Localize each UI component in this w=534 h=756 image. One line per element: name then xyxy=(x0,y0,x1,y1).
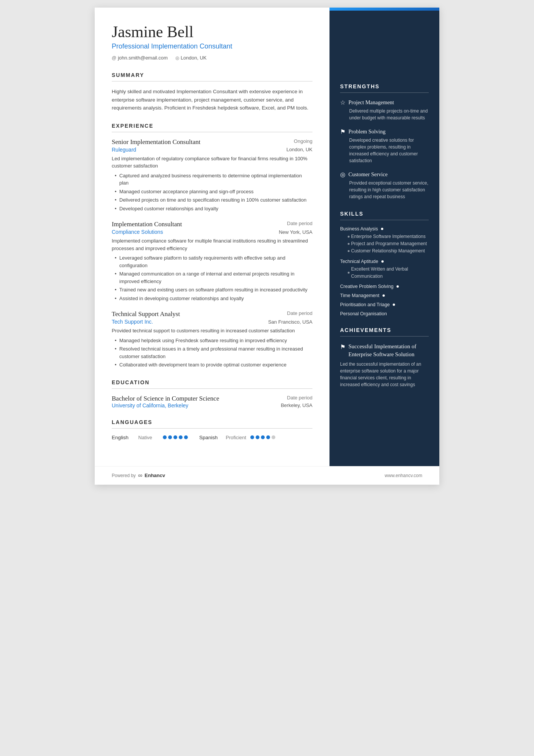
bullet-item: Managed communication on a range of inte… xyxy=(115,270,312,285)
strength-problem-solving: ⚑ Problem Solving Developed creative sol… xyxy=(340,128,429,164)
edu-date: Date period xyxy=(287,395,312,401)
edu-school-row: University of California, Berkeley Berke… xyxy=(112,402,312,409)
dot xyxy=(173,435,177,439)
dot xyxy=(261,435,265,439)
skill-technical: Technical Aptitude Excellent Written and… xyxy=(340,259,429,280)
strengths-title: STRENGTHS xyxy=(340,83,429,89)
lang-spanish: Spanish Proficient xyxy=(199,435,275,440)
skill-sub-item: Excellent Written and Verbal Communicati… xyxy=(348,266,429,280)
bullet-item: Assisted in developing customer relation… xyxy=(115,295,312,302)
summary-title: SUMMARY xyxy=(112,72,312,78)
strength-2-name: Problem Solving xyxy=(348,128,386,135)
lang-english-name: English xyxy=(112,435,134,440)
strengths-divider xyxy=(340,92,429,93)
bullet-item: Delivered projects on time and to specif… xyxy=(115,196,312,204)
job-3-company: Tech Support Inc. xyxy=(112,319,153,325)
resume-header: Jasmine Bell Professional Implementation… xyxy=(112,23,312,61)
achievement-1-desc: Led the successful implementation of an … xyxy=(340,361,429,388)
skill-time-mgmt: Time Management xyxy=(340,293,429,298)
location-contact: ◎ London, UK xyxy=(175,55,207,61)
languages-row: English Native Spanish xyxy=(112,435,312,440)
job-3: Technical Support Analyst Date period Te… xyxy=(112,310,312,369)
skill-dot xyxy=(383,294,385,297)
edu-location: Berkeley, USA xyxy=(281,402,312,409)
achievement-1-header: ⚑ Successful Implementation of Enterpris… xyxy=(340,343,429,358)
job-2-bullets: Leveraged software platform to satisfy r… xyxy=(112,254,312,302)
star-icon: ☆ xyxy=(340,99,345,106)
skills-section: SKILLS Business Analysis Enterprise Soft… xyxy=(340,211,429,316)
dot xyxy=(256,435,259,439)
skill-business-analysis-name: Business Analysis xyxy=(340,226,429,232)
resume-wrapper: Jasmine Bell Professional Implementation… xyxy=(95,8,439,485)
skill-dot xyxy=(397,285,399,288)
languages-title: LANGUAGES xyxy=(112,419,312,425)
achievements-title: ACHIEVEMENTS xyxy=(340,327,429,333)
skill-creative-name: Creative Problem Solving xyxy=(340,284,429,289)
job-1: Senior Implementation Consultant Ongoing… xyxy=(112,138,312,213)
bullet-item: Managed customer acceptance planning and… xyxy=(115,188,312,196)
dot xyxy=(272,435,275,439)
powered-by-label: Powered by xyxy=(112,473,136,478)
bullet-item: Leveraged software platform to satisfy r… xyxy=(115,254,312,269)
skill-sub-item: Enterprise Software Implementations xyxy=(348,233,429,240)
email-value: john.smith@email.com xyxy=(118,55,168,61)
skill-dot xyxy=(381,228,383,230)
lang-spanish-level: Proficient xyxy=(226,435,247,440)
job-1-date: Ongoing xyxy=(294,138,312,144)
skill-dot xyxy=(381,260,384,263)
job-3-bullets: Managed helpdesk using Freshdesk softwar… xyxy=(112,337,312,369)
skill-sub-item: Customer Relationship Management xyxy=(348,247,429,255)
experience-divider xyxy=(112,132,312,132)
job-1-header: Senior Implementation Consultant Ongoing xyxy=(112,138,312,146)
lang-english-dots xyxy=(163,435,188,439)
bullet-item: Captured and analyzed business requireme… xyxy=(115,172,312,187)
skill-technical-name: Technical Aptitude xyxy=(340,259,429,264)
job-3-location: San Francisco, USA xyxy=(268,319,312,325)
summary-text: Highly skilled and motivated Implementat… xyxy=(112,88,312,112)
right-column: STRENGTHS ☆ Project Management Delivered… xyxy=(329,8,439,466)
skill-sub-dot xyxy=(348,272,350,274)
strength-3-name: Customer Service xyxy=(348,171,388,178)
resume-footer: Powered by ∞ Enhancv www.enhancv.com xyxy=(95,466,439,485)
job-2-title: Implementation Consultant xyxy=(112,221,182,228)
achievement-1-name: Successful Implementation of Enterprise … xyxy=(348,343,429,358)
achievements-section: ACHIEVEMENTS ⚑ Successful Implementation… xyxy=(340,327,429,388)
skill-prioritisation: Prioritisation and Triage xyxy=(340,302,429,307)
skill-sub-dot xyxy=(348,236,350,238)
strength-1-name: Project Management xyxy=(348,99,394,106)
skill-sub-dot xyxy=(348,243,350,245)
enhancv-infinity-icon: ∞ xyxy=(138,472,142,479)
job-3-date: Date period xyxy=(287,310,312,316)
achievement-flag-icon: ⚑ xyxy=(340,343,345,351)
lang-english-level: Native xyxy=(138,435,159,440)
experience-title: EXPERIENCE xyxy=(112,123,312,129)
job-2-location: New York, USA xyxy=(279,229,312,235)
bullet-item: Collaborated with development team to pr… xyxy=(115,361,312,369)
strength-1-desc: Delivered multiple projects on-time and … xyxy=(340,108,429,121)
bullet-item: Resolved technical issues in a timely an… xyxy=(115,345,312,360)
skill-sub-dot xyxy=(348,250,350,252)
job-1-location: London, UK xyxy=(286,147,312,152)
skill-time-mgmt-name: Time Management xyxy=(340,293,429,298)
job-2: Implementation Consultant Date period Co… xyxy=(112,221,312,302)
strength-2-desc: Developed creative solutions for complex… xyxy=(340,137,429,164)
skill-dot xyxy=(393,304,395,306)
strength-3-desc: Provided exceptional customer service, r… xyxy=(340,180,429,200)
job-1-description: Led implementation of regulatory complia… xyxy=(112,155,312,170)
job-2-company-row: Compliance Solutions New York, USA xyxy=(112,229,312,235)
dot xyxy=(163,435,167,439)
languages-section: LANGUAGES English Native xyxy=(112,419,312,440)
education-header: Bachelor of Science in Computer Science … xyxy=(112,395,312,402)
email-icon: @ xyxy=(112,55,116,61)
headset-icon: ◎ xyxy=(340,171,345,178)
dot xyxy=(168,435,172,439)
dot xyxy=(250,435,254,439)
job-3-header: Technical Support Analyst Date period xyxy=(112,310,312,318)
candidate-name: Jasmine Bell xyxy=(112,23,312,41)
lang-spanish-dots xyxy=(250,435,275,439)
left-column: Jasmine Bell Professional Implementation… xyxy=(95,8,329,466)
education-title: EDUCATION xyxy=(112,379,312,385)
skill-creative: Creative Problem Solving xyxy=(340,284,429,289)
candidate-title: Professional Implementation Consultant xyxy=(112,42,312,50)
job-2-date: Date period xyxy=(287,221,312,226)
